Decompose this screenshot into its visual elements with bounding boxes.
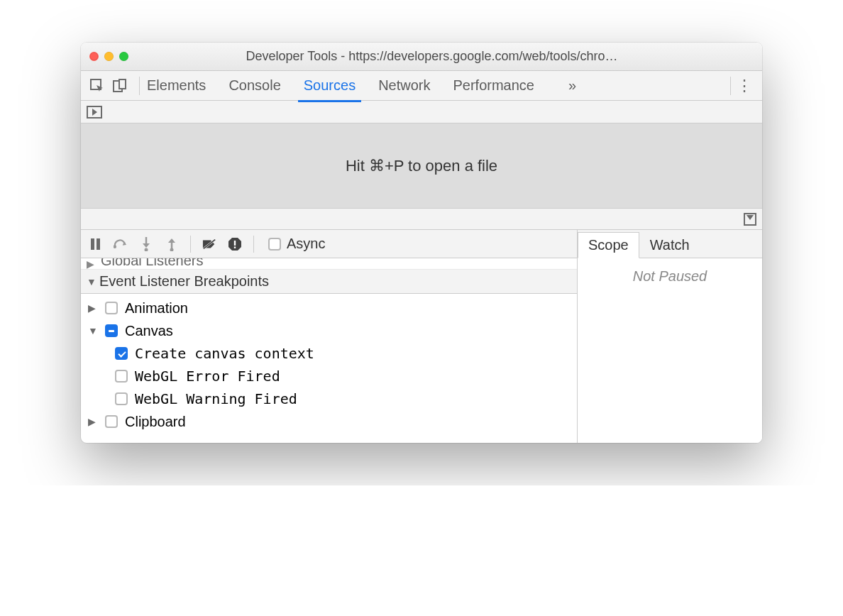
- minimize-window-button[interactable]: [104, 52, 114, 61]
- checkbox-animation[interactable]: [105, 302, 118, 314]
- svg-point-7: [170, 248, 174, 251]
- tab-scope[interactable]: Scope: [578, 232, 639, 258]
- chevron-down-icon: ▼: [88, 325, 101, 336]
- debugger-right-panel: Scope Watch Not Paused: [578, 230, 762, 443]
- event-breakpoint-tree: ▶ Animation ▼ Canvas Create canvas conte…: [81, 294, 577, 436]
- device-toolbar-icon[interactable]: [111, 77, 129, 95]
- window-title: Developer Tools - https://developers.goo…: [138, 49, 754, 64]
- close-window-button[interactable]: [89, 52, 99, 61]
- step-into-icon[interactable]: [139, 237, 153, 251]
- async-checkbox[interactable]: [268, 238, 281, 251]
- tree-label: WebGL Warning Fired: [135, 390, 297, 407]
- svg-rect-11: [234, 241, 236, 246]
- svg-rect-12: [234, 246, 236, 248]
- chevron-right-icon: ▶: [88, 302, 101, 314]
- show-navigator-icon[interactable]: [87, 106, 102, 119]
- section-event-listener-breakpoints[interactable]: ▼ Event Listener Breakpoints: [81, 270, 577, 294]
- tree-item-canvas[interactable]: ▼ Canvas: [81, 319, 577, 342]
- async-label: Async: [287, 236, 325, 252]
- chevron-right-icon: ▶: [87, 258, 95, 270]
- tab-elements[interactable]: Elements: [145, 73, 207, 98]
- checkbox-create-canvas-context[interactable]: [115, 347, 128, 360]
- panel-tabs: Elements Console Sources Network Perform…: [145, 73, 576, 98]
- section-global-listeners[interactable]: ▶ Global Listeners: [81, 258, 577, 270]
- tab-performance[interactable]: Performance: [452, 73, 536, 98]
- step-out-icon[interactable]: [165, 237, 179, 251]
- async-checkbox-group[interactable]: Async: [268, 236, 325, 252]
- tree-item-clipboard[interactable]: ▶ Clipboard: [81, 410, 577, 433]
- step-over-icon[interactable]: [114, 237, 128, 251]
- open-file-hint-text: Hit ⌘+P to open a file: [346, 157, 497, 175]
- tree-item-create-canvas-context[interactable]: Create canvas context: [81, 342, 577, 365]
- tree-item-animation[interactable]: ▶ Animation: [81, 297, 577, 319]
- main-toolbar: Elements Console Sources Network Perform…: [81, 71, 762, 101]
- inspect-element-icon[interactable]: [88, 77, 106, 95]
- tree-label: Create canvas context: [135, 345, 314, 362]
- editor-strip: [81, 209, 762, 230]
- checkbox-webgl-warning-fired[interactable]: [115, 392, 128, 405]
- tree-label: Canvas: [125, 323, 173, 339]
- event-listener-breakpoints-label: Event Listener Breakpoints: [99, 273, 269, 290]
- svg-point-3: [114, 245, 116, 248]
- checkbox-webgl-error-fired[interactable]: [115, 370, 128, 383]
- sources-subbar: [81, 101, 762, 123]
- global-listeners-label: Global Listeners: [101, 258, 204, 269]
- chevron-right-icon: ▶: [88, 416, 101, 427]
- titlebar: Developer Tools - https://developers.goo…: [81, 43, 762, 71]
- debugger-left-panel: Async ▶ Global Listeners ▼ Event Listene…: [81, 230, 578, 443]
- window-controls: [89, 52, 128, 61]
- tab-console[interactable]: Console: [227, 73, 282, 98]
- svg-point-5: [145, 248, 148, 251]
- zoom-window-button[interactable]: [119, 52, 128, 61]
- deactivate-breakpoints-icon[interactable]: [202, 237, 216, 251]
- pause-on-exceptions-icon[interactable]: [228, 237, 242, 251]
- devtools-window: Developer Tools - https://developers.goo…: [81, 43, 762, 443]
- tree-label: Clipboard: [125, 414, 186, 430]
- tree-item-webgl-error-fired[interactable]: WebGL Error Fired: [81, 365, 577, 387]
- scope-watch-tabs: Scope Watch: [578, 230, 762, 258]
- tabs-overflow-icon[interactable]: »: [568, 77, 576, 94]
- svg-rect-2: [119, 79, 126, 89]
- chevron-down-icon: ▼: [87, 276, 95, 287]
- settings-menu-icon[interactable]: ⋮: [737, 77, 755, 95]
- checkbox-canvas[interactable]: [105, 324, 118, 337]
- tree-label: WebGL Error Fired: [135, 368, 280, 385]
- pause-script-icon[interactable]: [88, 237, 102, 251]
- tab-sources[interactable]: Sources: [302, 73, 357, 98]
- open-file-hint: Hit ⌘+P to open a file: [81, 123, 762, 209]
- tab-watch[interactable]: Watch: [639, 232, 700, 258]
- tree-item-webgl-warning-fired[interactable]: WebGL Warning Fired: [81, 387, 577, 410]
- debugger-toolbar: Async: [81, 230, 577, 258]
- tab-network[interactable]: Network: [377, 73, 431, 98]
- tree-label: Animation: [125, 300, 188, 317]
- checkbox-clipboard[interactable]: [105, 415, 118, 428]
- debugger-pane: Async ▶ Global Listeners ▼ Event Listene…: [81, 230, 762, 443]
- expand-drawer-icon[interactable]: [744, 213, 756, 226]
- not-paused-message: Not Paused: [578, 258, 762, 295]
